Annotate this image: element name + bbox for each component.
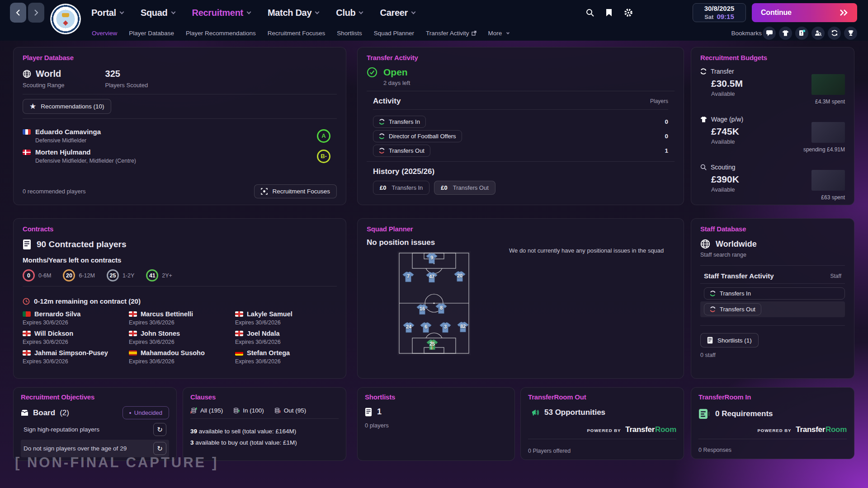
transfer-in-icon bbox=[379, 133, 385, 139]
formation-shirt[interactable]: 16 bbox=[416, 304, 428, 315]
expiring-player[interactable]: Jahmai Simpson-PuseyExpires 30/6/2026 bbox=[23, 349, 124, 365]
formation-shirt-goalkeeper[interactable]: 25 bbox=[426, 339, 438, 350]
search-icon[interactable] bbox=[586, 9, 594, 17]
expiring-player[interactable]: Lakyle SamuelExpires 30/6/2026 bbox=[235, 310, 337, 326]
staff-transfers-out-button[interactable]: Transfers Out bbox=[704, 303, 761, 315]
tab-transfer-activity[interactable]: Transfer Activity bbox=[426, 30, 476, 37]
recommendations-button[interactable]: ★ Recommendations (10) bbox=[23, 99, 111, 114]
competitions-button[interactable] bbox=[844, 27, 857, 40]
expiring-player[interactable]: John StonesExpires 30/6/2026 bbox=[129, 330, 231, 345]
expiring-player[interactable]: Stefan OrtegaExpires 30/6/2026 bbox=[235, 349, 337, 365]
crest-diamond bbox=[63, 21, 68, 26]
expiring-player[interactable]: Will DicksonExpires 30/6/2026 bbox=[23, 330, 124, 345]
expiring-player[interactable]: Joel NdalaExpires 30/6/2026 bbox=[235, 330, 337, 345]
formation-shirt[interactable]: 47 bbox=[426, 272, 438, 283]
expiring-player[interactable]: Marcus BettinelliExpires 30/6/2026 bbox=[129, 310, 231, 326]
panel-title: TransferRoom In bbox=[698, 393, 847, 401]
staff-shortlists-button[interactable]: Shortlists (1) bbox=[700, 333, 759, 347]
flag-england-icon bbox=[235, 331, 243, 336]
clauses-filter-in[interactable]: In (100) bbox=[233, 407, 264, 414]
formation-shirt[interactable]: 24 bbox=[403, 322, 415, 333]
nav-club[interactable]: Club bbox=[336, 8, 363, 18]
recruitment-focuses-button[interactable]: Recruitment Focuses bbox=[254, 184, 337, 198]
bucket-6-12m[interactable]: 206-12M bbox=[63, 269, 94, 282]
focus-target-icon bbox=[261, 188, 268, 195]
tab-recruitment-focuses[interactable]: Recruitment Focuses bbox=[268, 30, 326, 37]
bucket-0-6m[interactable]: 00-6M bbox=[23, 269, 51, 282]
tab-squad-planner[interactable]: Squad Planner bbox=[374, 30, 414, 37]
club-crest-manchester-city[interactable] bbox=[50, 4, 81, 34]
continue-button[interactable]: Continue bbox=[752, 3, 857, 22]
divider bbox=[700, 265, 845, 266]
tab-shortlists[interactable]: Shortlists bbox=[337, 30, 362, 37]
transfers-in-button[interactable]: Transfers In bbox=[373, 116, 426, 128]
formation-shirt[interactable]: 20 bbox=[454, 271, 466, 282]
gear-icon[interactable] bbox=[624, 8, 633, 17]
formation-shirt[interactable]: 3 bbox=[439, 322, 451, 333]
clauses-filter-all[interactable]: All (195) bbox=[190, 407, 223, 414]
undecided-status-button[interactable]: Undecided bbox=[123, 406, 169, 419]
bookmark-icon[interactable] bbox=[606, 9, 612, 17]
scouting-budget-section[interactable]: Scouting £390K Available £63 spent bbox=[700, 164, 845, 201]
staff-activity-heading: Staff Transfer Activity bbox=[704, 272, 774, 280]
formation-shirt[interactable]: 8 bbox=[435, 303, 447, 314]
staff-transfers-in-button[interactable]: Transfers In bbox=[704, 287, 845, 300]
objective-row[interactable]: Sign high-reputation players ↻ bbox=[21, 421, 169, 438]
history-transfers-out-button[interactable]: £0 Transfers Out bbox=[434, 181, 495, 195]
budget-sub: Available bbox=[711, 186, 739, 193]
tab-player-database[interactable]: Player Database bbox=[129, 30, 174, 37]
expiring-player[interactable]: Mahamadou SusohoExpires 30/6/2026 bbox=[129, 349, 231, 365]
formation-shirt[interactable]: 9 bbox=[426, 253, 438, 264]
squad-button[interactable] bbox=[779, 27, 792, 40]
back-button[interactable] bbox=[10, 3, 26, 23]
panel-title: Recruitment Objectives bbox=[21, 393, 169, 401]
nav-match-day[interactable]: Match Day bbox=[268, 8, 319, 18]
panel-title: Staff Database bbox=[700, 225, 845, 233]
scouting-button[interactable] bbox=[811, 27, 825, 40]
recommended-player-row[interactable]: Eduardo Camavinga Defensive Midfielder A bbox=[23, 128, 337, 144]
clauses-panel: Clauses All (195) In (100) Out (95) 39 a… bbox=[183, 387, 346, 461]
history-transfers-in-button[interactable]: £0 Transfers In bbox=[373, 181, 429, 195]
transfer-budget-section[interactable]: Transfer £30.5M Available £4.3M spent bbox=[700, 68, 845, 105]
wage-budget-section[interactable]: Wage (p/w) £745K Available spending £4.9… bbox=[700, 116, 845, 153]
nav-recruitment[interactable]: Recruitment bbox=[192, 8, 250, 18]
opportunities-row[interactable]: 53 Opportunities bbox=[532, 408, 676, 417]
reports-button[interactable] bbox=[795, 27, 808, 40]
dof-offers-button[interactable]: Director of Football Offers bbox=[373, 130, 462, 142]
nav-portal[interactable]: Portal bbox=[91, 8, 123, 18]
game-date-time[interactable]: 30/8/2025 Sat09:15 bbox=[693, 3, 746, 22]
divider bbox=[367, 91, 675, 91]
tab-more[interactable]: More bbox=[488, 30, 509, 37]
bucket-2y-plus[interactable]: 412Y+ bbox=[146, 269, 172, 282]
forward-button[interactable] bbox=[28, 3, 44, 23]
sync-button[interactable] bbox=[828, 27, 841, 40]
powered-by-transferroom: POWERED BY TransferRoom bbox=[528, 425, 676, 434]
clauses-sell-line: 39 available to sell (total value: £164M… bbox=[190, 428, 339, 435]
expiring-player[interactable]: Bernardo SilvaExpires 30/6/2026 bbox=[23, 310, 124, 326]
staff-database-panel: Staff Database Worldwide Staff search ra… bbox=[691, 218, 854, 379]
shortlists-count: 1 bbox=[377, 407, 382, 417]
recommended-player-row[interactable]: Morten Hjulmand Defensive Midfielder, Mi… bbox=[23, 148, 337, 164]
bookmarks-menu[interactable]: Bookmarks bbox=[731, 25, 767, 41]
history-heading: History (2025/26) bbox=[373, 167, 434, 176]
nav-squad[interactable]: Squad bbox=[141, 8, 175, 18]
requirements-row[interactable]: 0 Requirements bbox=[698, 408, 847, 420]
clauses-filter-out[interactable]: Out (95) bbox=[274, 407, 307, 414]
formation-pitch[interactable]: 9 7 47 20 16 8 24 6 3 82 25 bbox=[397, 251, 471, 355]
check-circle-icon bbox=[367, 67, 377, 78]
divider bbox=[23, 118, 337, 119]
non-final-capture-watermark: [ NON-FINAL CAPTURE ] bbox=[15, 455, 218, 471]
objective-history-button[interactable]: ↻ bbox=[153, 442, 166, 455]
formation-shirt[interactable]: 6 bbox=[420, 322, 432, 333]
objective-history-button[interactable]: ↻ bbox=[153, 423, 166, 436]
tab-overview[interactable]: Overview bbox=[92, 30, 117, 37]
tab-player-recommendations[interactable]: Player Recommendations bbox=[186, 30, 256, 37]
formation-shirt[interactable]: 82 bbox=[457, 322, 469, 333]
formation-shirt[interactable]: 7 bbox=[402, 272, 414, 282]
shortlists-count-row[interactable]: 1 bbox=[365, 407, 507, 417]
nav-career[interactable]: Career bbox=[380, 8, 415, 18]
transfers-out-button[interactable]: Transfers Out bbox=[373, 145, 430, 157]
inbox-chat-button[interactable] bbox=[763, 27, 776, 40]
bucket-1-2y[interactable]: 251-2Y bbox=[107, 269, 134, 282]
contracts-panel: Contracts 90 Contracted players Months/Y… bbox=[13, 218, 346, 379]
